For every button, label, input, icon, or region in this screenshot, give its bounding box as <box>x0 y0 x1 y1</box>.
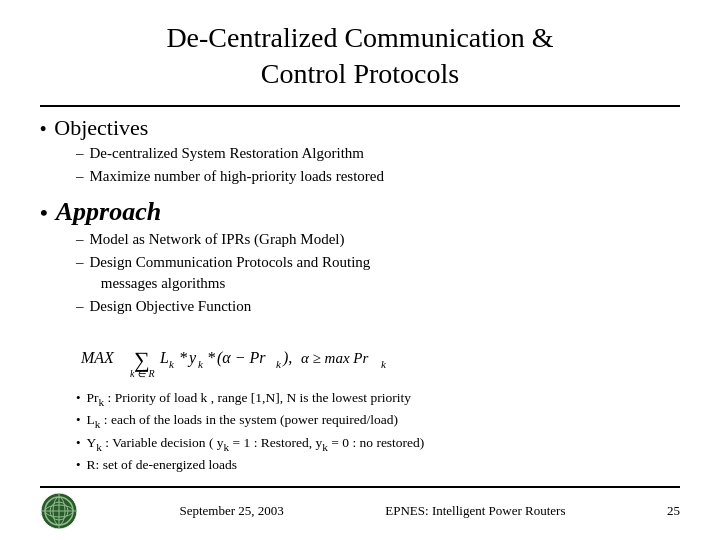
objectives-sub-1: – De-centralized System Restoration Algo… <box>76 143 680 164</box>
svg-text:α ≥ max Pr: α ≥ max Pr <box>301 350 369 366</box>
approach-bullet: • Approach <box>40 197 680 227</box>
svg-text:L: L <box>159 349 169 366</box>
svg-text:*: * <box>207 349 215 366</box>
objectives-sub-items: – De-centralized System Restoration Algo… <box>76 143 680 187</box>
svg-text:),: ), <box>282 349 292 367</box>
svg-text:MAX: MAX <box>80 349 115 366</box>
approach-section: • Approach – Model as Network of IPRs (G… <box>40 197 680 317</box>
svg-text:k ∈ R: k ∈ R <box>130 368 155 379</box>
svg-text:(α −  Pr: (α − Pr <box>217 349 266 367</box>
svg-text:k: k <box>169 358 175 370</box>
objectives-bullet: • Objectives <box>40 115 680 141</box>
svg-text:y: y <box>187 349 197 367</box>
title-block: De-Centralized Communication & Control P… <box>40 20 680 93</box>
small-bullet-1: • Prk : Priority of load k , range [1,N]… <box>76 389 680 410</box>
small-bullet-4: • R: set of de-energized loads <box>76 456 680 475</box>
small-bullet-3: • Yk : Variable decision ( yk = 1 : Rest… <box>76 434 680 455</box>
objectives-bullet-dot: • <box>40 119 46 140</box>
formula-block: MAX ∑ k ∈ R L k * y k * (α − Pr k ), <box>76 333 680 379</box>
svg-text:k: k <box>276 358 282 370</box>
small-bullets-block: • Prk : Priority of load k , range [1,N]… <box>76 389 680 475</box>
slide-content: • Objectives – De-centralized System Res… <box>40 115 680 482</box>
approach-sub-items: – Model as Network of IPRs (Graph Model)… <box>76 229 680 317</box>
svg-text:k: k <box>198 358 204 370</box>
footer-date: September 25, 2003 <box>179 503 283 519</box>
objectives-label: Objectives <box>54 115 148 141</box>
footer-conference-title: EPNES: Intelligent Power Routers <box>385 503 565 519</box>
title-divider <box>40 105 680 107</box>
svg-text:k: k <box>381 358 387 370</box>
small-bullet-2: • Lk : each of the loads in the system (… <box>76 411 680 432</box>
approach-sub-3: – Design Objective Function <box>76 296 680 317</box>
approach-bullet-dot: • <box>40 200 48 226</box>
footer-logo <box>40 492 78 530</box>
footer-page-number: 25 <box>667 503 680 519</box>
formula-svg: MAX ∑ k ∈ R L k * y k * (α − Pr k ), <box>76 333 456 379</box>
objectives-sub-2: – Maximize number of high-priority loads… <box>76 166 680 187</box>
footer: September 25, 2003 EPNES: Intelligent Po… <box>40 486 680 530</box>
approach-sub-1: – Model as Network of IPRs (Graph Model) <box>76 229 680 250</box>
objectives-section: • Objectives – De-centralized System Res… <box>40 115 680 187</box>
slide: De-Centralized Communication & Control P… <box>0 0 720 540</box>
slide-title: De-Centralized Communication & Control P… <box>40 20 680 93</box>
approach-label: Approach <box>56 197 161 227</box>
svg-text:*: * <box>179 349 187 366</box>
approach-sub-2: – Design Communication Protocols and Rou… <box>76 252 680 294</box>
